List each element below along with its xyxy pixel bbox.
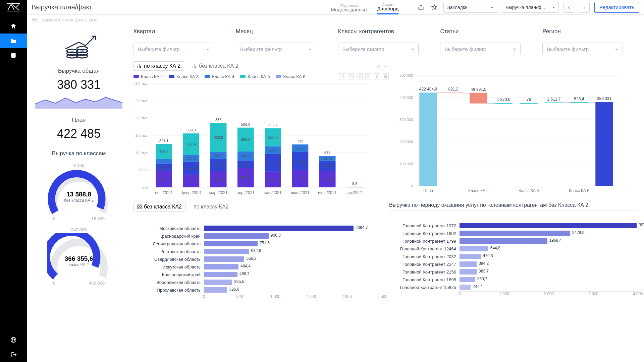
nav-rail bbox=[0, 0, 27, 362]
stacked-tab-by-class[interactable]: по классу КА 2 bbox=[133, 61, 184, 71]
svg-text:48 391,5: 48 391,5 bbox=[471, 87, 486, 92]
svg-text:апр./2021: апр./2021 bbox=[237, 190, 255, 195]
kpi-plan-value: 422 485 bbox=[57, 127, 101, 141]
filter-row: КварталВыберите фильтрМесяцВыберите филь… bbox=[131, 28, 638, 55]
stacked-chart-panel: по классу КА 2 без класса КА 2 ⤢⋯ Класс … bbox=[133, 61, 389, 197]
svg-text:260,6: 260,6 bbox=[241, 154, 251, 158]
svg-text:2,0 тыс: 2,0 тыс bbox=[135, 116, 148, 120]
svg-text:500 000: 500 000 bbox=[399, 73, 413, 77]
chart-tool[interactable]: ⧉ bbox=[374, 73, 380, 79]
filter-label-2: Классы контрагентов bbox=[338, 28, 434, 35]
nav-globe[interactable] bbox=[0, 333, 27, 347]
report-select[interactable]: Выручка план/ф... bbox=[502, 2, 559, 13]
hbar-row: Головной Контрагент 17991968,4 bbox=[389, 237, 638, 245]
edit-button[interactable]: Редактировать bbox=[594, 2, 639, 13]
stacked-tab-no-class[interactable]: без класса КА 2 bbox=[189, 62, 241, 70]
svg-text:200 000: 200 000 bbox=[399, 140, 413, 144]
hbar-row: Головной Контрагент 19723972 bbox=[389, 222, 638, 229]
chart-tool[interactable]: ⟲ bbox=[357, 73, 363, 79]
svg-text:821,2: 821,2 bbox=[448, 87, 459, 92]
gauge-1: 8 160 13 588,8без класса КА 2 016 320 bbox=[47, 163, 111, 221]
svg-text:352,7: 352,7 bbox=[268, 123, 278, 127]
regions-panel: без класса КА2 по классу КА2 Московская … bbox=[133, 202, 382, 359]
filter-select-3[interactable]: Выберите фильтр bbox=[440, 43, 521, 55]
hbar-row: Головной Контрагент 2032479,3 bbox=[389, 253, 638, 260]
svg-rect-115 bbox=[495, 103, 513, 104]
legend-item[interactable]: Класс КА 5 bbox=[240, 74, 270, 79]
hbar-row: Свердловская область566,3 bbox=[133, 255, 382, 263]
gauges-title: Выручка по классам bbox=[52, 150, 106, 157]
svg-text:8,8: 8,8 bbox=[352, 182, 357, 186]
svg-text:204,7: 204,7 bbox=[214, 154, 223, 158]
hbar-row: Головной Контрагент 1898350,7 bbox=[389, 276, 638, 283]
gauge-2: 240 000 366 355,6класс КА 2 0480 000 bbox=[47, 227, 111, 286]
svg-text:июл./2021: июл./2021 bbox=[318, 190, 337, 195]
svg-text:0,0: 0,0 bbox=[143, 185, 148, 189]
svg-text:494,2: 494,2 bbox=[296, 177, 305, 181]
nav-database[interactable] bbox=[0, 48, 27, 63]
svg-text:336: 336 bbox=[215, 118, 221, 122]
nav-home[interactable] bbox=[0, 19, 27, 34]
svg-text:400 000: 400 000 bbox=[399, 96, 413, 100]
hbar-row: Краснодарский край906,3 bbox=[133, 232, 382, 240]
svg-text:137,4: 137,4 bbox=[323, 156, 332, 160]
svg-text:Класс КА 2: Класс КА 2 bbox=[468, 188, 489, 193]
svg-text:295,7: 295,7 bbox=[323, 164, 332, 168]
svg-text:455,7: 455,7 bbox=[268, 177, 278, 181]
chart-tool[interactable]: + bbox=[365, 73, 371, 79]
tab-dashboard[interactable]: АнализДашборд bbox=[377, 6, 398, 14]
svg-rect-111 bbox=[470, 93, 487, 104]
svg-text:3,0 тыс: 3,0 тыс bbox=[135, 81, 148, 85]
svg-text:1,5 тыс: 1,5 тыс bbox=[135, 133, 148, 137]
chart-tool[interactable]: ▦ bbox=[383, 73, 389, 79]
nav-logout[interactable] bbox=[0, 347, 27, 362]
svg-rect-125 bbox=[570, 102, 588, 103]
nav-prev[interactable]: ‹ bbox=[564, 2, 574, 13]
filter-select-1[interactable]: Выберите фильтр bbox=[236, 43, 316, 55]
filter-select-4[interactable]: Выберите фильтр bbox=[542, 43, 623, 55]
bookmarks-select[interactable]: Закладки bbox=[443, 2, 497, 13]
regions-tab-by-class[interactable]: по классу КА2 bbox=[190, 202, 232, 211]
svg-text:План: План bbox=[423, 188, 433, 193]
svg-text:мар./2021: мар./2021 bbox=[209, 190, 228, 195]
filter-select-0[interactable]: Выберите фильтр bbox=[133, 43, 214, 55]
regions-tab-no-class[interactable]: без класса КА2 bbox=[133, 202, 185, 212]
svg-text:352,6: 352,6 bbox=[214, 163, 223, 167]
nav-next[interactable]: › bbox=[579, 2, 590, 13]
svg-text:689,5: 689,5 bbox=[241, 137, 251, 141]
legend-item[interactable]: Класс КА 4 bbox=[205, 74, 234, 79]
filter-select-2[interactable]: Выберите фильтр bbox=[338, 43, 419, 55]
legend-item[interactable]: Класс КА 6 bbox=[276, 74, 305, 79]
svg-text:473,3: 473,3 bbox=[323, 177, 332, 181]
kpi-sidebar: Выручка общая 380 331 План 422 485 Выруч… bbox=[27, 27, 131, 362]
expand-icon[interactable]: ⤢ bbox=[377, 63, 381, 69]
svg-text:0: 0 bbox=[411, 184, 413, 188]
svg-text:500,0: 500,0 bbox=[138, 168, 148, 172]
svg-text:529,9: 529,9 bbox=[296, 159, 305, 163]
legend-item[interactable]: Класс КА 3 bbox=[169, 74, 199, 79]
topbar: Выручка план/факт ПодготовкаМодель данны… bbox=[27, 0, 644, 15]
share-icon[interactable] bbox=[417, 3, 425, 12]
svg-rect-104 bbox=[419, 93, 437, 186]
svg-text:февр./2021: февр./2021 bbox=[180, 190, 202, 195]
nav-folder[interactable] bbox=[0, 34, 27, 48]
star-icon[interactable] bbox=[430, 3, 439, 12]
svg-text:369,6: 369,6 bbox=[186, 166, 196, 170]
kpi-revenue-label: Выручка общая bbox=[58, 68, 100, 74]
svg-text:321,1: 321,1 bbox=[159, 139, 169, 143]
svg-text:554,4: 554,4 bbox=[241, 176, 251, 180]
svg-text:623,4: 623,4 bbox=[574, 97, 584, 101]
svg-text:2,5 тыс: 2,5 тыс bbox=[135, 99, 148, 103]
tab-data-model[interactable]: ПодготовкаМодель данных bbox=[331, 7, 368, 14]
chart-tool[interactable]: ◰ bbox=[348, 73, 354, 79]
more-icon[interactable]: ⋯ bbox=[384, 63, 389, 69]
chart-tool[interactable]: ◫ bbox=[339, 73, 345, 79]
svg-rect-118 bbox=[520, 103, 538, 104]
legend-item[interactable]: Класс КА 1 bbox=[133, 74, 163, 79]
svg-point-9 bbox=[77, 47, 88, 50]
svg-text:76: 76 bbox=[527, 97, 531, 102]
hbar-row: Головной Контрагент 19022479,9 bbox=[389, 230, 638, 237]
hbar-row: Иркутская область484,4 bbox=[133, 263, 382, 270]
svg-text:авг./2021: авг./2021 bbox=[346, 190, 363, 195]
hbar-row: Головной Контрагент 12464644,8 bbox=[389, 245, 638, 252]
